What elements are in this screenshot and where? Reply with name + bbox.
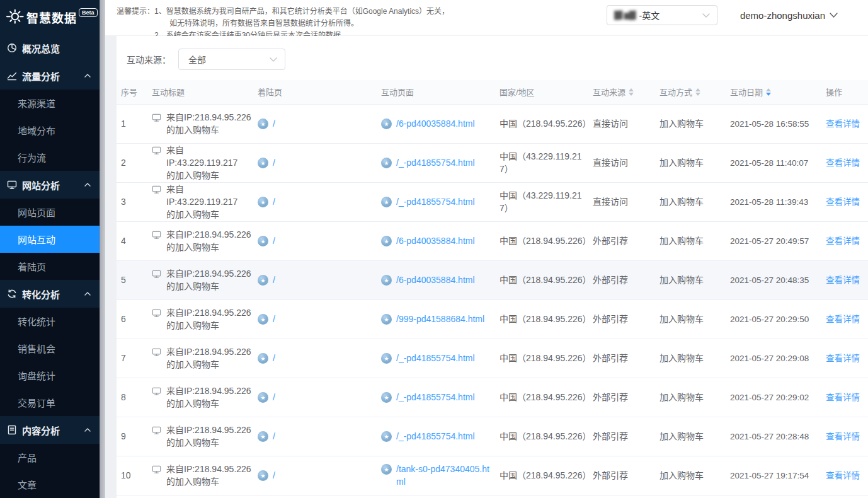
interaction-page-link[interactable]: /_-pd41855754.html: [396, 352, 475, 364]
top-bar: 温馨提示： 1、智慧数据系统为我司自研产品，和其它统计分析类平台（如Google…: [105, 0, 868, 36]
interaction-title-ip: 来自IP:218.94.95.226: [166, 424, 251, 436]
column-header-date-sortable[interactable]: 互动日期: [730, 80, 826, 104]
view-details-link[interactable]: 查看详情: [826, 158, 860, 168]
interaction-page-link[interactable]: /_-pd41855754.html: [396, 156, 475, 169]
sidebar-item-region-distribution[interactable]: 地域分布: [0, 117, 100, 144]
row-index: 9: [121, 431, 126, 441]
sidebar-item-source-channel[interactable]: 来源渠道: [0, 90, 100, 117]
monitor-icon: [152, 113, 161, 122]
table-row: 6 来自IP:218.94.95.226 的加入购物车 ★ /: [117, 299, 868, 339]
interaction-date: 2021-05-27 20:49:57: [730, 236, 809, 246]
sort-carets-icon-active-desc[interactable]: [766, 88, 771, 96]
content-icon: [7, 425, 17, 435]
column-header-source-sortable[interactable]: 互动来源: [593, 80, 660, 104]
beta-badge: Beta: [79, 8, 98, 17]
main-area: 温馨提示： 1、智慧数据系统为我司自研产品，和其它统计分析类平台（如Google…: [105, 0, 868, 498]
landing-page-link[interactable]: /: [273, 195, 275, 208]
view-details-link[interactable]: 查看详情: [826, 236, 860, 246]
landing-page-link[interactable]: /: [273, 235, 275, 247]
favicon-star-icon: ★: [258, 119, 268, 129]
sidebar-item-conversion-analysis[interactable]: 转化分析: [0, 280, 100, 308]
sidebar-item-conversion-stats[interactable]: 转化统计: [0, 308, 100, 335]
interaction-method: 加入购物车: [660, 119, 704, 129]
sidebar-item-landing-pages[interactable]: 着陆页: [0, 253, 100, 280]
interaction-source: 外部引荐: [593, 275, 628, 285]
interaction-page-link[interactable]: /_-pd41855754.html: [396, 391, 475, 403]
sidebar-item-products[interactable]: 产品: [0, 444, 100, 471]
sidebar-item-label: 地域分布: [18, 124, 55, 137]
interaction-page-link[interactable]: /tank-s0-pd47340405.html: [396, 463, 494, 488]
view-details-link[interactable]: 查看详情: [826, 197, 860, 207]
site-select-value: -英文: [639, 9, 660, 21]
view-details-link[interactable]: 查看详情: [826, 275, 860, 285]
column-header-method-sortable[interactable]: 互动方式: [660, 80, 730, 104]
sidebar-item-traffic-analysis[interactable]: 流量分析: [0, 62, 100, 90]
interaction-page-link[interactable]: /6-pd40035884.html: [396, 117, 475, 130]
landing-page-link[interactable]: /: [273, 430, 275, 443]
sidebar-item-website-interactions[interactable]: 网站互动: [0, 226, 100, 253]
interaction-title: 来自IP:218.94.95.226 的加入购物车: [166, 228, 251, 253]
interaction-source-select[interactable]: 全部: [178, 49, 285, 70]
view-details-link[interactable]: 查看详情: [826, 471, 860, 480]
interaction-method: 加入购物车: [660, 392, 704, 402]
sidebar-item-overview[interactable]: 概况总览: [0, 34, 100, 62]
interaction-page-link[interactable]: /_-pd41855754.html: [396, 195, 475, 208]
favicon-star-icon: ★: [381, 431, 392, 442]
monitor-icon: [152, 185, 161, 194]
sidebar-item-website-pages[interactable]: 网站页面: [0, 199, 100, 226]
interaction-source: 外部引荐: [593, 314, 628, 324]
row-index: 8: [121, 392, 126, 402]
sort-carets-icon[interactable]: [629, 88, 634, 96]
interaction-page-link[interactable]: /6-pd40035884.html: [396, 235, 475, 247]
sidebar-item-behavior-flow[interactable]: 行为流: [0, 144, 100, 171]
interaction-date: 2021-05-28 11:40:07: [730, 158, 808, 168]
view-details-link[interactable]: 查看详情: [826, 119, 860, 129]
favicon-star-icon: ★: [258, 158, 268, 168]
content-submenu: 产品 文章: [0, 444, 100, 498]
landing-page-link[interactable]: /: [273, 391, 275, 403]
interaction-title-ip: 来自IP:218.94.95.226: [166, 385, 251, 397]
interaction-title: 来自IP:43.229.119.217 的加入购物车: [166, 144, 253, 182]
sidebar-item-label: 网站分析: [22, 178, 60, 192]
interaction-page-link[interactable]: /_-pd41855754.html: [396, 430, 475, 443]
interaction-source: 外部引荐: [593, 431, 628, 441]
interaction-title: 来自IP:218.94.95.226 的加入购物车: [166, 463, 251, 488]
site-select[interactable]: █▋▆█▍ -英文: [607, 5, 717, 25]
sidebar-item-label: 销售机会: [18, 342, 55, 355]
sidebar-item-website-analysis[interactable]: 网站分析: [0, 171, 100, 199]
interaction-title: 来自IP:43.229.119.217 的加入购物车: [166, 183, 253, 221]
interaction-method: 加入购物车: [660, 197, 704, 207]
landing-page-link[interactable]: /: [273, 117, 275, 130]
row-index: 5: [121, 275, 126, 285]
interaction-method: 加入购物车: [660, 353, 704, 363]
view-details-link[interactable]: 查看详情: [826, 393, 860, 402]
interaction-page-link[interactable]: /999-pd41588684.html: [396, 313, 484, 325]
sidebar-scrollbar[interactable]: [100, 0, 105, 498]
view-details-link[interactable]: 查看详情: [826, 354, 860, 363]
landing-page-link[interactable]: /: [273, 313, 275, 325]
landing-page-link[interactable]: /: [273, 274, 275, 286]
sidebar-item-label: 交易订单: [18, 396, 55, 409]
content-panel: 互动来源： 全部 序号 互动标题 着陆页: [117, 36, 868, 498]
sidebar-item-inquiry-stats[interactable]: 询盘统计: [0, 362, 100, 389]
interaction-source: 直接访问: [593, 197, 628, 207]
sidebar-item-content-analysis[interactable]: 内容分析: [0, 416, 100, 444]
interaction-page-link[interactable]: /6-pd40035884.html: [396, 274, 475, 286]
landing-page-link[interactable]: /: [273, 352, 275, 364]
sort-carets-icon[interactable]: [695, 88, 700, 96]
sidebar-item-articles[interactable]: 文章: [0, 471, 100, 498]
line-chart-icon: [7, 71, 17, 81]
user-menu[interactable]: demo-zhongshuxian: [740, 10, 838, 21]
interaction-source: 直接访问: [593, 119, 628, 129]
sidebar-item-trade-orders[interactable]: 交易订单: [0, 389, 100, 416]
table-row: 5 来自IP:218.94.95.226 的加入购物车 ★ /: [117, 260, 868, 299]
landing-page-link[interactable]: /: [273, 156, 275, 169]
view-details-link[interactable]: 查看详情: [826, 432, 860, 441]
logo: 智慧数据 Beta: [0, 0, 100, 34]
view-details-link[interactable]: 查看详情: [826, 315, 860, 324]
sidebar: 智慧数据 Beta 概况总览 流量分析 来源渠道 地域分布 行为流: [0, 0, 100, 498]
favicon-star-icon: ★: [381, 392, 392, 403]
sidebar-item-sales-opportunities[interactable]: 销售机会: [0, 335, 100, 362]
landing-page-link[interactable]: /: [273, 469, 275, 482]
tips-label: 温馨提示：: [117, 6, 154, 35]
